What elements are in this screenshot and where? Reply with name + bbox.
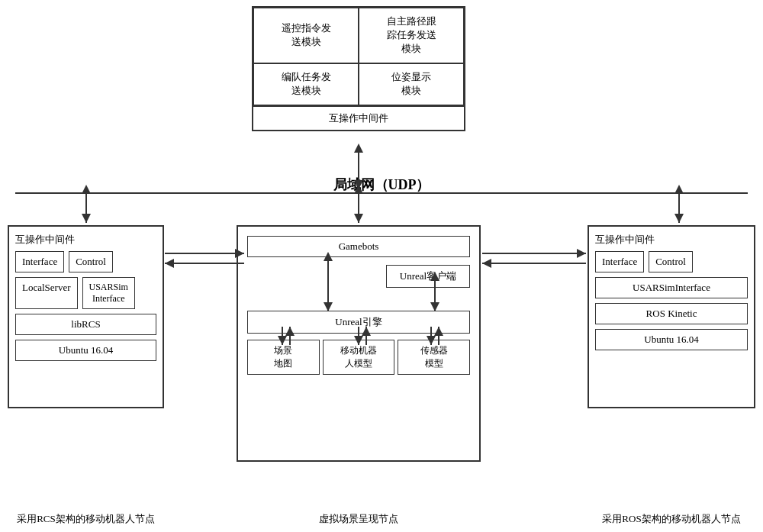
- auto-path-module: 自主路径跟踪任务发送模块: [359, 8, 464, 63]
- pose-display-module: 位姿显示模块: [359, 63, 464, 105]
- right-box-title: 互操作中间件: [595, 233, 748, 247]
- left-row2: LocalServer USARSimInterface: [15, 277, 156, 309]
- sensor-module: 传感器模型: [398, 340, 470, 375]
- right-row1: Interface Control: [595, 251, 748, 272]
- right-bottom-label: 采用ROS架构的移动机器人节点: [588, 512, 755, 526]
- left-localserver: LocalServer: [15, 277, 78, 309]
- left-box-title: 互操作中间件: [15, 233, 156, 247]
- center-bottom-label: 虚拟场景呈现节点: [237, 512, 481, 526]
- top-middleware-label: 互操作中间件: [253, 105, 464, 130]
- left-ubuntu: Ubuntu 16.04: [15, 340, 156, 361]
- formation-module: 编队任务发送模块: [253, 63, 359, 105]
- remote-cmd-module: 遥控指令发送模块: [253, 8, 359, 63]
- left-bottom-label: 采用RCS架构的移动机器人节点: [8, 512, 164, 526]
- left-librcs: libRCS: [15, 314, 156, 335]
- right-usarsim: USARSimInterface: [595, 277, 748, 298]
- top-station-box: 遥控指令发送模块 自主路径跟踪任务发送模块 编队任务发送模块 位姿显示模块 互操…: [252, 6, 465, 131]
- left-row1: Interface Control: [15, 251, 156, 272]
- lan-label: 局域网（UDP）: [0, 176, 763, 194]
- left-control: Control: [69, 251, 113, 272]
- right-ros: ROS Kinetic: [595, 303, 748, 324]
- left-box: 互操作中间件 Interface Control LocalServer USA…: [8, 225, 164, 408]
- center-box: Gamebots Unreal客户端 Unreal引擎 场景地图 移动机器人模型…: [237, 225, 481, 462]
- scene-map-module: 场景地图: [247, 340, 320, 375]
- unreal-engine-box: Unreal引擎: [247, 311, 470, 334]
- gamebots-box: Gamebots: [247, 236, 470, 257]
- right-ubuntu: Ubuntu 16.04: [595, 329, 748, 350]
- right-box: 互操作中间件 Interface Control USARSimInterfac…: [588, 225, 755, 408]
- right-control: Control: [649, 251, 693, 272]
- diagram-container: 遥控指令发送模块 自主路径跟踪任务发送模块 编队任务发送模块 位姿显示模块 互操…: [0, 0, 763, 532]
- unreal-client-box: Unreal客户端: [386, 265, 470, 288]
- bottom-modules: 场景地图 移动机器人模型 传感器模型: [247, 340, 470, 375]
- left-interface: Interface: [15, 251, 64, 272]
- lan-bar: [15, 192, 748, 194]
- robot-model-module: 移动机器人模型: [323, 340, 395, 375]
- right-interface: Interface: [595, 251, 644, 272]
- left-usarsim: USARSimInterface: [82, 277, 135, 309]
